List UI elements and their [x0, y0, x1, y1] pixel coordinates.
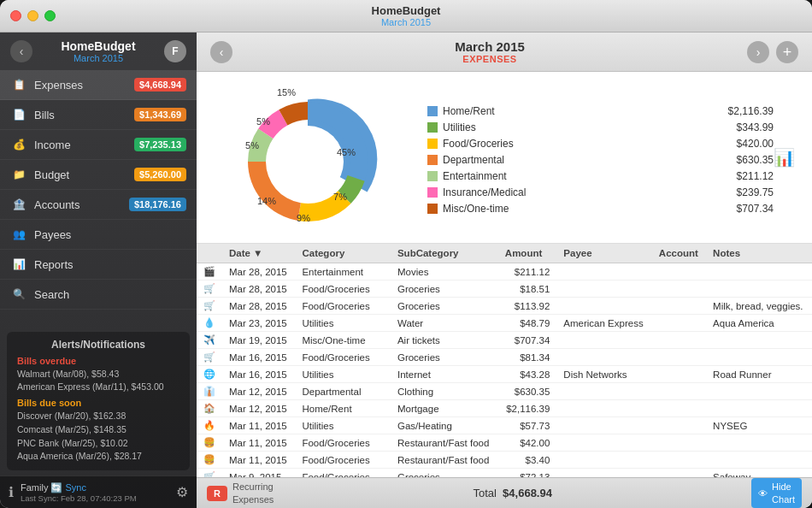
footer-sync-btn[interactable]: 🔄 Sync: [50, 482, 86, 493]
row-date: Mar 28, 2015: [222, 263, 295, 281]
budget-label: Budget: [34, 168, 69, 181]
row-payee: [556, 383, 652, 400]
sidebar-item-search[interactable]: 🔍 Search: [0, 280, 197, 310]
donut-chart: 45% 7% 9% 14% 5% 5% 15%: [214, 80, 402, 239]
table-row[interactable]: 🛒 Mar 28, 2015 Food/Groceries Groceries …: [197, 298, 812, 315]
hide-chart-label: HideChart: [772, 481, 795, 505]
sidebar-nav: 📋 Expenses $4,668.94 📄 Bills $1,343.69 💰: [0, 70, 197, 327]
row-account: [652, 400, 706, 417]
misc-value: $707.34: [737, 203, 774, 215]
due-soon-item-2: Comcast (Mar/25), $148.35: [17, 423, 179, 437]
row-date: Mar 23, 2015: [222, 315, 295, 332]
sidebar-item-income[interactable]: 💰 Income $7,235.13: [0, 130, 197, 160]
table-row[interactable]: 🛒 Mar 28, 2015 Food/Groceries Groceries …: [197, 281, 812, 298]
row-icon: 🛒: [197, 469, 222, 478]
row-notes: [706, 383, 812, 400]
row-account: [652, 298, 706, 315]
table-row[interactable]: 🛒 Mar 16, 2015 Food/Groceries Groceries …: [197, 349, 812, 366]
th-date[interactable]: Date ▼: [222, 244, 295, 263]
eye-icon: 👁: [758, 488, 768, 499]
row-amount: $42.00: [498, 434, 557, 452]
recurring-button[interactable]: R: [207, 486, 227, 501]
legend-entertainment: Entertainment $211.12: [427, 170, 774, 182]
sidebar-item-bills[interactable]: 📄 Bills $1,343.69: [0, 100, 197, 130]
back-button[interactable]: ‹: [10, 40, 32, 62]
sidebar-item-payees[interactable]: 👥 Payees: [0, 220, 197, 250]
row-notes: Safeway: [706, 469, 812, 478]
total-amount: $4,668.94: [503, 487, 552, 499]
row-subcategory: Groceries: [391, 349, 498, 366]
svg-text:14%: 14%: [257, 196, 276, 206]
row-date: Mar 9, 2015: [222, 469, 295, 478]
row-notes: Aqua America: [706, 315, 812, 332]
chart-icon-area: 📊: [774, 147, 795, 172]
legend-utilities: Utilities $343.99: [427, 121, 774, 133]
table-row[interactable]: 🔥 Mar 11, 2015 Utilities Gas/Heating $57…: [197, 417, 812, 434]
table-row[interactable]: 🌐 Mar 16, 2015 Utilities Internet $43.28…: [197, 366, 812, 383]
row-category: Home/Rent: [295, 400, 391, 417]
sidebar: ‹ HomeBudget March 2015 F 📋 Expenses $4,…: [0, 32, 197, 508]
th-subcategory[interactable]: SubCategory: [391, 244, 498, 263]
row-notes: [706, 400, 812, 417]
row-date: Mar 11, 2015: [222, 452, 295, 469]
row-subcategory: Internet: [391, 366, 498, 383]
table-row[interactable]: ✈️ Mar 19, 2015 Misc/One-time Air ticket…: [197, 332, 812, 349]
row-category: Utilities: [295, 315, 391, 332]
th-icon: [197, 244, 222, 263]
add-button[interactable]: +: [776, 41, 798, 63]
hide-chart-button[interactable]: 👁 HideChart: [751, 478, 802, 508]
sidebar-item-reports[interactable]: 📊 Reports: [0, 250, 197, 280]
prev-icon: ‹: [220, 45, 224, 59]
row-account: [652, 332, 706, 349]
bottom-bar: R RecurringExpenses Total $4,668.94 👁 Hi…: [197, 477, 812, 508]
due-soon-item-1: Discover (Mar/20), $162.38: [17, 410, 179, 423]
gear-icon[interactable]: ⚙: [176, 484, 188, 500]
chart-legend: Home/Rent $2,116.39 Utilities $343.99 Fo…: [402, 105, 774, 215]
row-subcategory: Movies: [391, 263, 498, 281]
row-icon: 💧: [197, 315, 222, 332]
row-category: Food/Groceries: [295, 281, 391, 298]
table-row[interactable]: 💧 Mar 23, 2015 Utilities Water $48.79 Am…: [197, 315, 812, 332]
table-area[interactable]: Date ▼ Category SubCategory Amount Payee…: [197, 244, 812, 477]
sidebar-item-budget[interactable]: 📁 Budget $5,260.00: [0, 160, 197, 190]
total-display: Total $4,668.94: [284, 487, 741, 499]
sidebar-item-expenses[interactable]: 📋 Expenses $4,668.94: [0, 70, 197, 100]
table-header-row: Date ▼ Category SubCategory Amount Payee…: [197, 244, 812, 263]
th-notes[interactable]: Notes: [706, 244, 812, 263]
homerent-label: Home/Rent: [443, 105, 723, 117]
svg-text:5%: 5%: [245, 140, 259, 151]
row-icon: 🔥: [197, 417, 222, 434]
row-account: [652, 263, 706, 281]
bills-label: Bills: [34, 109, 55, 121]
th-amount[interactable]: Amount: [498, 244, 557, 263]
search-icon: 🔍: [10, 286, 27, 303]
budget-badge: $5,260.00: [134, 168, 186, 181]
row-amount: $48.79: [498, 315, 557, 332]
th-category[interactable]: Category: [295, 244, 391, 263]
table-row[interactable]: 🎬 Mar 28, 2015 Entertainment Movies $211…: [197, 263, 812, 281]
th-payee[interactable]: Payee: [556, 244, 652, 263]
legend-departmental: Departmental $630.35: [427, 154, 774, 166]
svg-text:5%: 5%: [256, 116, 270, 127]
row-payee: [556, 263, 652, 281]
minimize-button[interactable]: [27, 10, 38, 21]
row-date: Mar 12, 2015: [222, 400, 295, 417]
sidebar-header: ‹ HomeBudget March 2015 F: [0, 32, 197, 70]
utilities-value: $343.99: [737, 121, 774, 133]
prev-month-button[interactable]: ‹: [210, 41, 232, 63]
table-row[interactable]: 👔 Mar 12, 2015 Departmental Clothing $63…: [197, 383, 812, 400]
sidebar-item-accounts[interactable]: 🏦 Accounts $18,176.16: [0, 190, 197, 220]
th-account[interactable]: Account: [652, 244, 706, 263]
row-account: [652, 452, 706, 469]
close-button[interactable]: [10, 10, 21, 21]
bar-chart-icon[interactable]: 📊: [774, 147, 795, 168]
table-row[interactable]: 🏠 Mar 12, 2015 Home/Rent Mortgage $2,116…: [197, 400, 812, 417]
next-month-button[interactable]: ›: [747, 41, 769, 63]
overdue-item-2: American Express (Mar/11), $453.00: [17, 381, 179, 394]
table-row[interactable]: 🛒 Mar 9, 2015 Food/Groceries Groceries $…: [197, 469, 812, 478]
table-row[interactable]: 🍔 Mar 11, 2015 Food/Groceries Restaurant…: [197, 452, 812, 469]
row-notes: [706, 452, 812, 469]
maximize-button[interactable]: [44, 10, 56, 21]
table-row[interactable]: 🍔 Mar 11, 2015 Food/Groceries Restaurant…: [197, 434, 812, 452]
traffic-lights: [10, 10, 56, 21]
